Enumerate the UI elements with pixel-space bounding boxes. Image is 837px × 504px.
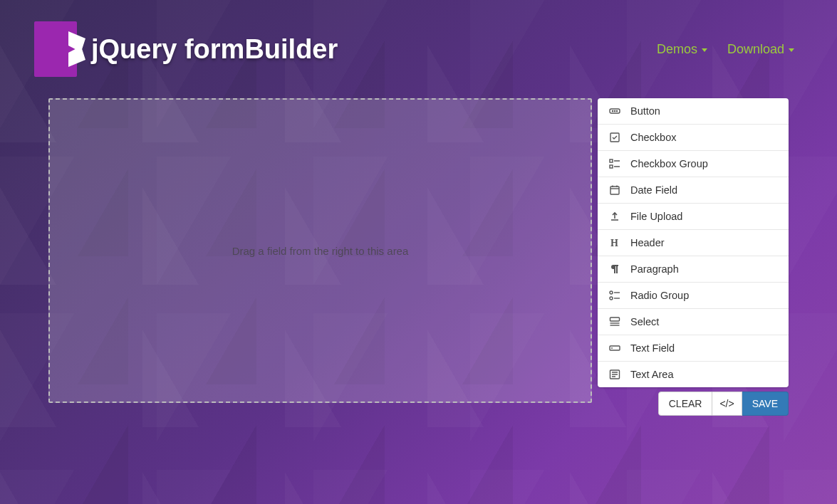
control-checkbox[interactable]: Checkbox bbox=[598, 125, 789, 151]
control-checkbox-group[interactable]: Checkbox Group bbox=[598, 151, 789, 177]
control-paragraph[interactable]: Paragraph bbox=[598, 256, 789, 283]
control-date-field[interactable]: Date Field bbox=[598, 177, 789, 204]
code-toggle-button[interactable]: </> bbox=[712, 392, 742, 416]
file-upload-icon bbox=[609, 211, 620, 222]
svg-rect-9 bbox=[610, 187, 619, 194]
sidebar: Button Checkbox Checkbox Group Date Fiel… bbox=[598, 98, 789, 416]
svg-rect-22 bbox=[610, 346, 620, 350]
radio-group-icon bbox=[609, 290, 620, 301]
chevron-down-icon bbox=[702, 48, 707, 52]
svg-point-17 bbox=[610, 297, 613, 300]
checkbox-icon bbox=[609, 132, 620, 143]
control-label: Checkbox Group bbox=[630, 158, 708, 169]
action-bar: CLEAR </> SAVE bbox=[598, 392, 789, 416]
checkbox-group-icon bbox=[609, 158, 620, 169]
svg-point-3 bbox=[616, 110, 617, 111]
nav-label: Demos bbox=[657, 42, 697, 57]
save-button[interactable]: SAVE bbox=[742, 392, 789, 416]
page-header: jQuery formBuilder Demos Download bbox=[0, 0, 837, 98]
control-label: Header bbox=[630, 237, 665, 248]
nav-label: Download bbox=[727, 42, 784, 57]
stage-placeholder: Drag a field from the right to this area bbox=[232, 245, 409, 257]
control-label: File Upload bbox=[630, 211, 682, 222]
chevron-down-icon bbox=[789, 48, 794, 52]
button-icon bbox=[609, 105, 620, 117]
control-label: Radio Group bbox=[630, 290, 689, 301]
text-field-icon bbox=[609, 342, 620, 354]
header-icon: H bbox=[609, 237, 620, 248]
control-file-upload[interactable]: File Upload bbox=[598, 204, 789, 230]
form-builder: Drag a field from the right to this area… bbox=[0, 98, 837, 416]
control-select[interactable]: Select bbox=[598, 309, 789, 335]
svg-rect-4 bbox=[610, 133, 619, 142]
brand: jQuery formBuilder bbox=[34, 21, 338, 77]
drop-stage[interactable]: Drag a field from the right to this area bbox=[48, 98, 592, 403]
nav-demos[interactable]: Demos bbox=[657, 42, 707, 57]
svg-rect-5 bbox=[610, 159, 613, 162]
nav-download[interactable]: Download bbox=[727, 42, 794, 57]
control-label: Text Field bbox=[630, 342, 675, 354]
paragraph-icon bbox=[609, 263, 620, 275]
svg-point-1 bbox=[612, 110, 613, 111]
control-button[interactable]: Button bbox=[598, 98, 789, 125]
logo-icon bbox=[34, 21, 77, 77]
svg-point-15 bbox=[610, 291, 613, 294]
control-text-field[interactable]: Text Field bbox=[598, 335, 789, 362]
control-radio-group[interactable]: Radio Group bbox=[598, 283, 789, 309]
control-label: Select bbox=[630, 316, 659, 327]
clear-button[interactable]: CLEAR bbox=[658, 392, 713, 416]
control-text-area[interactable]: Text Area bbox=[598, 362, 789, 387]
control-label: Paragraph bbox=[630, 263, 679, 275]
control-label: Checkbox bbox=[630, 132, 676, 143]
svg-text:H: H bbox=[610, 238, 618, 248]
control-header[interactable]: H Header bbox=[598, 230, 789, 256]
main-nav: Demos Download bbox=[657, 42, 794, 57]
select-icon bbox=[609, 316, 620, 327]
control-label: Date Field bbox=[630, 184, 677, 196]
controls-list: Button Checkbox Checkbox Group Date Fiel… bbox=[598, 98, 789, 387]
textarea-icon bbox=[609, 369, 620, 380]
svg-point-2 bbox=[614, 110, 615, 111]
svg-rect-19 bbox=[610, 317, 620, 321]
control-label: Text Area bbox=[630, 369, 673, 380]
control-label: Button bbox=[630, 105, 660, 117]
brand-title: jQuery formBuilder bbox=[91, 34, 338, 65]
svg-rect-7 bbox=[610, 165, 613, 168]
date-icon bbox=[609, 184, 620, 196]
